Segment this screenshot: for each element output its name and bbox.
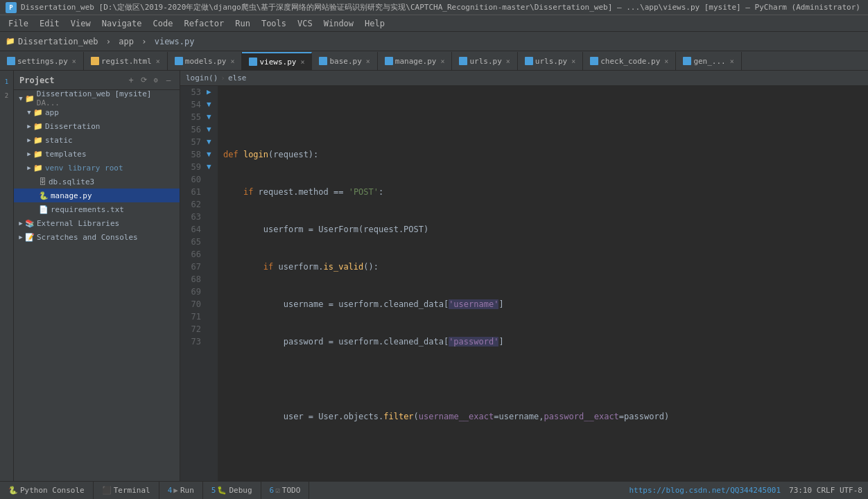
run-num: 4 xyxy=(168,486,173,495)
tree-label-app: app xyxy=(45,108,59,117)
window-title: Dissertation_web [D:\定做区\2019-2020年定做\dj… xyxy=(21,2,860,12)
sidebar-tree: ▼ 📁 Dissertation_web [mysite] DA... ▼ 📁 … xyxy=(14,90,180,481)
folder-icon: 📁 xyxy=(33,164,43,173)
todo-label: TODO xyxy=(282,486,301,495)
python-console-tab[interactable]: 🐍 Python Console xyxy=(0,482,94,500)
debug-label: Debug xyxy=(229,486,252,495)
terminal-label: Terminal xyxy=(114,486,150,495)
debug-tab[interactable]: 5 🐛 Debug xyxy=(203,482,261,500)
code-area[interactable]: 53 54 55 56 57 58 59 60 61 62 63 64 65 6… xyxy=(180,86,868,481)
folder-icon: 📁 xyxy=(33,122,43,131)
menu-window[interactable]: Window xyxy=(318,17,359,30)
tree-item-manage-py[interactable]: 🐍 manage.py xyxy=(14,189,180,202)
menu-code[interactable]: Code xyxy=(148,17,179,30)
breadcrumb-else: else xyxy=(228,73,247,82)
tree-label-external: External Libraries xyxy=(37,219,119,228)
menu-bar: File Edit View Navigate Code Refactor Ru… xyxy=(0,15,868,32)
tab-regist-html[interactable]: regist.html × xyxy=(84,52,168,70)
breadcrumb-fn: login() xyxy=(186,73,218,82)
breadcrumb-sub: app xyxy=(119,37,134,46)
menu-view[interactable]: View xyxy=(65,17,96,30)
code-line-62 xyxy=(223,448,862,460)
bottom-tabs: 🐍 Python Console ⬛ Terminal 4 ▶ Run 5 🐛 … xyxy=(0,481,868,499)
tree-label-venv: venv library root xyxy=(45,164,123,173)
menu-navigate[interactable]: Navigate xyxy=(96,17,148,30)
sidebar-sync-btn[interactable]: ⟳ xyxy=(138,75,149,86)
sidebar: Project + ⟳ ⚙ — ▼ 📁 Dissertation_web [my… xyxy=(14,71,180,481)
tab-models-py[interactable]: models.py × xyxy=(168,52,243,70)
menu-refactor[interactable]: Refactor xyxy=(178,17,229,30)
file-tabs: settings.py × regist.html × models.py × … xyxy=(0,51,868,71)
lib-icon: 📚 xyxy=(25,219,35,228)
tree-item-app[interactable]: ▼ 📁 app xyxy=(14,105,180,119)
tree-item-templates[interactable]: ▶ 📁 templates xyxy=(14,147,180,161)
tab-gen[interactable]: gen_... × xyxy=(676,52,741,70)
project-gutter-icon[interactable]: 1 xyxy=(1,76,12,87)
arrow-icon: ▶ xyxy=(25,164,33,171)
menu-edit[interactable]: Edit xyxy=(34,17,65,30)
sidebar-close-btn[interactable]: — xyxy=(163,75,174,86)
code-line-60 xyxy=(223,373,862,385)
tree-label-static: static xyxy=(45,136,73,145)
sidebar-gear-btn[interactable]: ⚙ xyxy=(150,75,162,86)
menu-vcs[interactable]: VCS xyxy=(292,17,318,30)
tree-item-external-libs[interactable]: ▶ 📚 External Libraries xyxy=(14,216,180,230)
todo-tab[interactable]: 6 ☑ TODO xyxy=(261,482,310,500)
code-line-59: password = userform.cleaned_data['passwo… xyxy=(223,335,862,348)
txt-icon: 📄 xyxy=(39,205,49,214)
folder-icon: 📁 xyxy=(33,150,43,159)
tree-label-dissertation: Dissertation xyxy=(45,122,100,131)
code-line-54: def login(request): xyxy=(223,148,862,161)
debug-icon: 🐛 xyxy=(217,486,227,495)
terminal-tab[interactable]: ⬛ Terminal xyxy=(94,482,159,500)
code-line-55: if request.method == 'POST': xyxy=(223,186,862,198)
tree-label-root: Dissertation_web [mysite] DA... xyxy=(37,90,177,107)
menu-file[interactable]: File xyxy=(3,17,34,30)
tree-item-static[interactable]: ▶ 📁 static xyxy=(14,133,180,147)
tree-item-dissertation[interactable]: ▶ 📁 Dissertation xyxy=(14,119,180,133)
run-icon: ▶ xyxy=(173,486,178,495)
tree-label-db: db.sqlite3 xyxy=(49,177,94,186)
line-numbers: 53 54 55 56 57 58 59 60 61 62 63 64 65 6… xyxy=(180,86,205,481)
tab-base-py[interactable]: base.py × xyxy=(312,52,377,70)
menu-run[interactable]: Run xyxy=(229,17,256,30)
breadcrumb-project: Dissertation_web xyxy=(18,37,98,46)
tree-label-scratches: Scratches and Consoles xyxy=(37,233,138,242)
sidebar-add-btn[interactable]: + xyxy=(125,75,137,86)
arrow-icon: ▼ xyxy=(17,95,25,102)
tree-item-scratches[interactable]: ▶ 📝 Scratches and Consoles xyxy=(14,230,180,244)
tab-manage-py[interactable]: manage.py × xyxy=(378,52,453,70)
code-content[interactable]: def login(request): if request.method ==… xyxy=(218,86,868,481)
tab-urls-py-1[interactable]: urls.py × xyxy=(452,52,517,70)
tree-item-requirements[interactable]: 📄 requirements.txt xyxy=(14,202,180,216)
arrow-icon: ▶ xyxy=(17,220,25,227)
arrow-icon: ▶ xyxy=(25,123,33,130)
tree-item-venv[interactable]: ▶ 📁 venv library root xyxy=(14,161,180,175)
status-position: 73:10 CRLF UTF-8 xyxy=(789,486,862,495)
breadcrumb-sep: › xyxy=(220,73,225,82)
py-icon: 🐍 xyxy=(39,191,49,200)
tree-label-manage: manage.py xyxy=(51,191,92,200)
folder-icon: 📁 xyxy=(33,108,43,117)
tree-label-templates: templates xyxy=(45,150,87,159)
tree-item-root[interactable]: ▼ 📁 Dissertation_web [mysite] DA... xyxy=(14,91,180,105)
menu-tools[interactable]: Tools xyxy=(256,17,292,30)
sidebar-header: Project + ⟳ ⚙ — xyxy=(14,71,180,90)
breadcrumb-file: views.py xyxy=(155,37,195,46)
editor: login() › else 53 54 55 56 57 58 59 60 6… xyxy=(180,71,868,481)
status-url: https://blog.csdn.net/QQ344245001 xyxy=(629,486,781,495)
tab-settings-py[interactable]: settings.py × xyxy=(0,52,84,70)
arrow-icon: ▼ xyxy=(25,109,33,116)
python-console-label: Python Console xyxy=(20,486,85,495)
menu-help[interactable]: Help xyxy=(359,17,390,30)
tab-urls-py-2[interactable]: urls.py × xyxy=(518,52,583,70)
tab-check-code-py[interactable]: check_code.py × xyxy=(583,52,676,70)
favorites-gutter-icon[interactable]: 2 xyxy=(1,90,12,101)
main-area: 1 2 Project + ⟳ ⚙ — ▼ 📁 Dissertation_web… xyxy=(0,71,868,481)
run-tab[interactable]: 4 ▶ Run xyxy=(159,482,203,500)
code-line-56: userform = UserForm(request.POST) xyxy=(223,223,862,236)
tree-item-db[interactable]: 🗄 db.sqlite3 xyxy=(14,175,180,189)
tab-views-py[interactable]: views.py × xyxy=(242,52,312,70)
debug-num: 5 xyxy=(211,486,216,495)
scratches-icon: 📝 xyxy=(25,233,35,242)
